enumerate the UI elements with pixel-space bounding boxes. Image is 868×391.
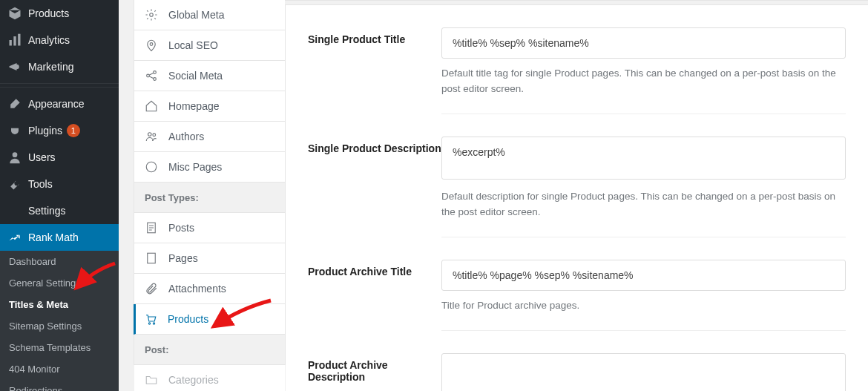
submenu-404-monitor[interactable]: 404 Monitor <box>0 358 119 380</box>
svg-point-14 <box>148 323 150 324</box>
tab-posts[interactable]: Posts <box>134 213 286 243</box>
sliders-icon <box>7 203 22 218</box>
tab-label: Homepage <box>168 100 220 112</box>
svg-rect-13 <box>148 253 156 263</box>
user-icon <box>7 150 22 165</box>
settings-tabs: Global Meta Local SEO Social Meta Homepa… <box>134 0 286 391</box>
svg-point-9 <box>148 133 152 137</box>
svg-rect-1 <box>13 36 16 46</box>
single-product-description-input[interactable]: %excerpt% <box>441 137 846 180</box>
tab-label: Global Meta <box>168 9 224 21</box>
cube-icon <box>7 6 22 21</box>
tab-homepage[interactable]: Homepage <box>134 91 286 122</box>
sidebar-label: Tools <box>28 178 53 190</box>
svg-point-5 <box>150 43 153 46</box>
settings-panel: Single Product Title Default title tag f… <box>286 0 868 391</box>
tab-pages[interactable]: Pages <box>134 243 286 274</box>
tab-authors[interactable]: Authors <box>134 122 286 152</box>
product-archive-title-input[interactable] <box>441 260 846 291</box>
sidebar-item-settings[interactable]: Settings <box>0 197 119 224</box>
sidebar-item-tools[interactable]: Tools <box>0 171 119 197</box>
tab-label: Social Meta <box>168 70 223 82</box>
rank-math-submenu: Dashboard General Settings Titles & Meta… <box>0 251 119 391</box>
tab-misc-pages[interactable]: Misc Pages <box>134 152 286 183</box>
wp-admin-sidebar: Products Analytics Marketing Appearance … <box>0 0 119 391</box>
sidebar-label: Appearance <box>28 98 85 110</box>
tab-label: Authors <box>168 131 204 142</box>
sidebar-label: Marketing <box>28 61 73 73</box>
svg-point-7 <box>154 71 157 74</box>
tab-global-meta[interactable]: Global Meta <box>134 0 286 30</box>
cart-icon <box>144 312 157 326</box>
plug-icon <box>7 123 22 138</box>
submenu-general-settings[interactable]: General Settings <box>0 272 119 294</box>
tab-social-meta[interactable]: Social Meta <box>134 61 286 91</box>
wrench-icon <box>7 177 22 191</box>
sidebar-label: Settings <box>28 205 66 217</box>
sidebar-item-appearance[interactable]: Appearance <box>0 91 119 117</box>
users-icon <box>145 130 158 143</box>
tab-label: Posts <box>168 222 194 234</box>
submenu-redirections[interactable]: Redirections <box>0 380 119 391</box>
submenu-sitemap-settings[interactable]: Sitemap Settings <box>0 315 119 337</box>
submenu-schema-templates[interactable]: Schema Templates <box>0 337 119 358</box>
field-help: Title for Product archive pages. <box>441 298 846 331</box>
sidebar-label: Analytics <box>28 34 70 46</box>
tab-products[interactable]: Products <box>134 304 286 335</box>
tab-label: Categories <box>168 374 219 386</box>
svg-point-6 <box>147 74 150 77</box>
brush-icon <box>7 96 22 111</box>
submenu-dashboard[interactable]: Dashboard <box>0 251 119 272</box>
sidebar-label: Users <box>28 151 56 163</box>
svg-point-3 <box>13 152 18 157</box>
page-icon <box>145 252 158 265</box>
sidebar-item-marketing[interactable]: Marketing <box>0 53 119 80</box>
clip-icon <box>145 282 158 295</box>
tab-label: Attachments <box>168 283 226 295</box>
svg-rect-0 <box>10 40 12 46</box>
svg-point-15 <box>153 323 154 324</box>
field-single-product-title: Single Product Title Default title tag f… <box>286 5 868 114</box>
post-icon <box>145 221 158 234</box>
chart-up-icon <box>7 230 22 245</box>
tab-label: Misc Pages <box>168 161 222 173</box>
field-label: Product Archive Title <box>308 260 441 331</box>
tab-group-post-types: Post Types: <box>134 183 286 213</box>
more-icon <box>145 160 158 174</box>
sidebar-item-products[interactable]: Products <box>0 0 119 27</box>
home-icon <box>145 99 158 113</box>
submenu-titles-meta[interactable]: Titles & Meta <box>0 294 119 315</box>
pin-icon <box>145 39 158 52</box>
field-product-archive-title: Product Archive Title Title for Product … <box>286 237 868 331</box>
share-icon <box>145 69 158 82</box>
tab-label: Products <box>168 313 208 325</box>
sidebar-label: Plugins <box>28 125 62 137</box>
field-single-product-description: Single Product Description %excerpt% Def… <box>286 114 868 237</box>
bars-icon <box>7 33 22 47</box>
tab-group-post: Post: <box>134 335 286 365</box>
megaphone-icon <box>7 59 22 74</box>
single-product-title-input[interactable] <box>441 27 846 59</box>
svg-point-4 <box>150 13 154 17</box>
tab-categories[interactable]: Categories <box>134 365 286 391</box>
tab-label: Pages <box>168 252 198 264</box>
product-archive-description-input[interactable] <box>441 353 846 391</box>
tab-label: Local SEO <box>168 39 218 51</box>
tab-attachments[interactable]: Attachments <box>134 274 286 304</box>
tab-local-seo[interactable]: Local SEO <box>134 30 286 61</box>
svg-point-8 <box>154 78 157 81</box>
field-product-archive-description: Product Archive Description <box>286 331 868 391</box>
field-label: Single Product Description <box>308 137 441 237</box>
sidebar-separator <box>0 83 119 88</box>
sidebar-label: Products <box>28 7 69 19</box>
field-help: Default description for single Product p… <box>441 189 846 237</box>
update-badge: 1 <box>67 124 80 137</box>
sidebar-item-rank-math[interactable]: Rank Math <box>0 224 119 251</box>
sidebar-item-plugins[interactable]: Plugins 1 <box>0 117 119 144</box>
folder-icon <box>145 373 158 387</box>
sidebar-label: Rank Math <box>28 231 79 243</box>
svg-point-10 <box>153 134 156 137</box>
field-label: Single Product Title <box>308 27 441 114</box>
sidebar-item-analytics[interactable]: Analytics <box>0 27 119 53</box>
sidebar-item-users[interactable]: Users <box>0 144 119 171</box>
